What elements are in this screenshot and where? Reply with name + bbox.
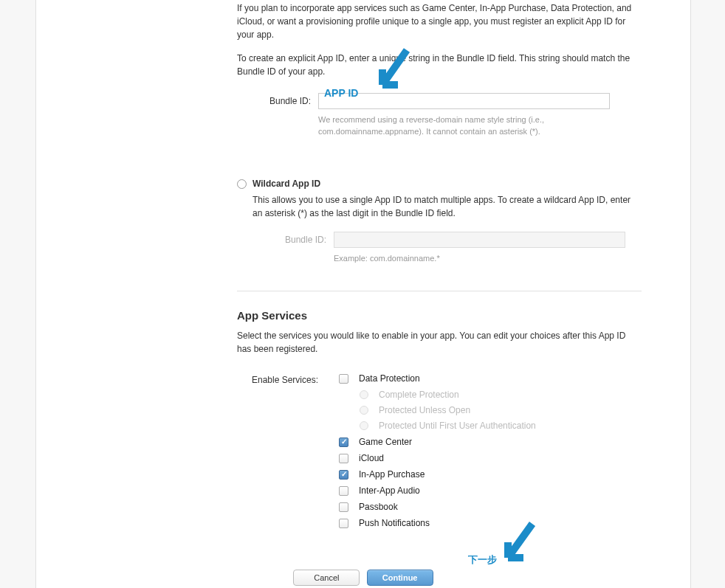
service-item[interactable]: In-App Purchase — [339, 469, 642, 480]
service-sub-options: Complete ProtectionProtected Unless Open… — [360, 390, 642, 431]
app-services-description: Select the services you would like to en… — [237, 329, 642, 356]
wildcard-content: Wildcard App ID This allows you to use a… — [252, 179, 642, 264]
service-checkbox[interactable] — [339, 486, 348, 496]
wildcard-bundle-id-input — [334, 232, 625, 248]
wildcard-bundle-id-hint: Example: com.domainname.* — [334, 252, 625, 264]
cancel-button[interactable]: Cancel — [293, 570, 360, 586]
service-checkbox[interactable] — [339, 519, 348, 528]
explicit-bundle-id-input[interactable] — [318, 93, 610, 109]
sub-option-label: Complete Protection — [379, 390, 459, 400]
service-name-label: Inter-App Audio — [359, 485, 420, 496]
app-id-form-panel: If you plan to incorporate app services … — [35, 0, 691, 588]
wildcard-app-id-option[interactable]: Wildcard App ID This allows you to use a… — [237, 179, 642, 264]
service-name-label: Push Notifications — [359, 518, 430, 528]
bundle-id-label: Bundle ID: — [237, 96, 311, 106]
service-checkbox[interactable] — [339, 454, 348, 463]
sub-option-radio — [360, 406, 368, 415]
content-area: If you plan to incorporate app services … — [237, 0, 650, 534]
app-services-section: App Services Select the services you wou… — [237, 309, 642, 534]
wildcard-bundle-id-label: Bundle ID: — [252, 235, 326, 245]
service-checkbox[interactable] — [339, 502, 348, 512]
service-name-label: In-App Purchase — [359, 469, 425, 480]
service-item[interactable]: iCloud — [339, 453, 642, 463]
service-item[interactable]: Push Notifications — [339, 518, 642, 528]
service-sub-option: Complete Protection — [360, 390, 642, 400]
service-name-label: Data Protection — [359, 373, 420, 384]
service-name-label: iCloud — [359, 453, 384, 463]
service-item[interactable]: Data Protection — [339, 373, 642, 384]
service-item[interactable]: Game Center — [339, 437, 642, 447]
service-sub-option: Protected Until First User Authenticatio… — [360, 421, 642, 431]
enable-services-row: Enable Services: Data ProtectionComplete… — [237, 373, 642, 534]
service-checkbox[interactable] — [339, 374, 348, 384]
app-services-title: App Services — [237, 309, 642, 322]
section-divider — [237, 291, 642, 291]
sub-option-radio — [360, 390, 368, 399]
service-sub-option: Protected Unless Open — [360, 405, 642, 415]
sub-option-radio — [360, 421, 368, 430]
sub-option-label: Protected Unless Open — [379, 405, 470, 415]
service-item[interactable]: Inter-App Audio — [339, 485, 642, 496]
wildcard-bundle-id-row: Bundle ID: — [252, 232, 642, 248]
service-checkbox[interactable] — [339, 470, 348, 480]
explicit-description-1: If you plan to incorporate app services … — [237, 1, 642, 41]
annotation-next-step-label: 下一步 — [468, 553, 497, 567]
service-item[interactable]: Passbook — [339, 502, 642, 512]
service-list: Data ProtectionComplete ProtectionProtec… — [339, 373, 642, 534]
wildcard-title: Wildcard App ID — [252, 179, 642, 189]
wildcard-description: This allows you to use a single App ID t… — [252, 193, 642, 220]
explicit-description-2: To create an explicit App ID, enter a un… — [237, 52, 642, 78]
explicit-bundle-id-row: Bundle ID: — [237, 93, 642, 109]
service-name-label: Game Center — [359, 437, 412, 447]
service-checkbox[interactable] — [339, 437, 348, 447]
button-row: Cancel Continue — [36, 570, 690, 586]
explicit-bundle-id-hint: We recommend using a reverse-domain name… — [318, 114, 610, 137]
enable-services-label: Enable Services: — [237, 373, 318, 385]
service-name-label: Passbook — [359, 502, 398, 512]
sub-option-label: Protected Until First User Authenticatio… — [379, 421, 536, 431]
wildcard-radio[interactable] — [237, 179, 247, 189]
continue-button[interactable]: Continue — [367, 570, 433, 586]
explicit-app-id-section: If you plan to incorporate app services … — [237, 0, 642, 137]
